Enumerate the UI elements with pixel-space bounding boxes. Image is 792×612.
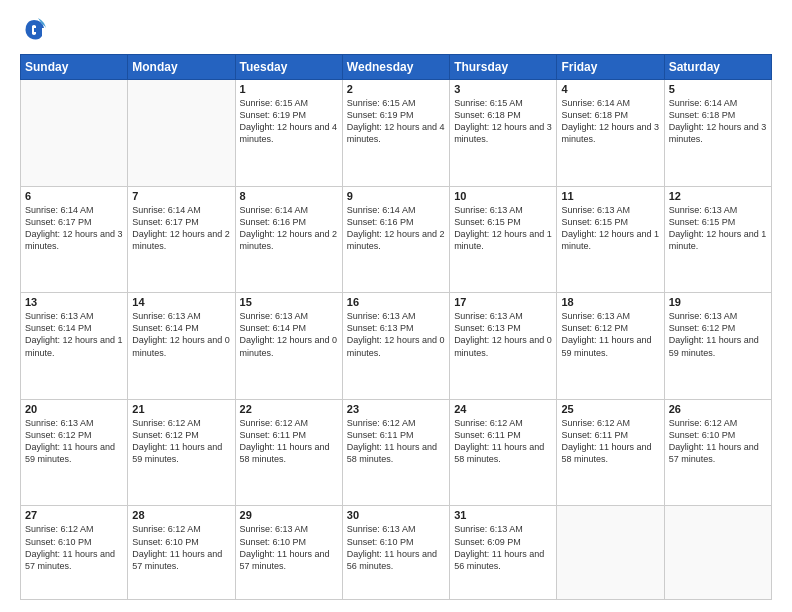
day-cell: 22Sunrise: 6:12 AM Sunset: 6:11 PM Dayli… — [235, 399, 342, 506]
day-info: Sunrise: 6:12 AM Sunset: 6:11 PM Dayligh… — [240, 417, 338, 466]
day-info: Sunrise: 6:13 AM Sunset: 6:12 PM Dayligh… — [561, 310, 659, 359]
calendar-table: SundayMondayTuesdayWednesdayThursdayFrid… — [20, 54, 772, 600]
day-cell: 26Sunrise: 6:12 AM Sunset: 6:10 PM Dayli… — [664, 399, 771, 506]
page: SundayMondayTuesdayWednesdayThursdayFrid… — [0, 0, 792, 612]
week-row-1: 1Sunrise: 6:15 AM Sunset: 6:19 PM Daylig… — [21, 80, 772, 187]
weekday-friday: Friday — [557, 55, 664, 80]
generalblue-icon — [20, 16, 48, 44]
day-cell: 19Sunrise: 6:13 AM Sunset: 6:12 PM Dayli… — [664, 293, 771, 400]
week-row-3: 13Sunrise: 6:13 AM Sunset: 6:14 PM Dayli… — [21, 293, 772, 400]
day-cell: 8Sunrise: 6:14 AM Sunset: 6:16 PM Daylig… — [235, 186, 342, 293]
day-cell: 10Sunrise: 6:13 AM Sunset: 6:15 PM Dayli… — [450, 186, 557, 293]
day-cell: 5Sunrise: 6:14 AM Sunset: 6:18 PM Daylig… — [664, 80, 771, 187]
day-cell: 9Sunrise: 6:14 AM Sunset: 6:16 PM Daylig… — [342, 186, 449, 293]
day-number: 5 — [669, 83, 767, 95]
day-info: Sunrise: 6:12 AM Sunset: 6:11 PM Dayligh… — [561, 417, 659, 466]
day-number: 19 — [669, 296, 767, 308]
day-number: 22 — [240, 403, 338, 415]
day-info: Sunrise: 6:15 AM Sunset: 6:19 PM Dayligh… — [240, 97, 338, 146]
week-row-4: 20Sunrise: 6:13 AM Sunset: 6:12 PM Dayli… — [21, 399, 772, 506]
day-number: 8 — [240, 190, 338, 202]
day-cell: 3Sunrise: 6:15 AM Sunset: 6:18 PM Daylig… — [450, 80, 557, 187]
day-info: Sunrise: 6:12 AM Sunset: 6:10 PM Dayligh… — [132, 523, 230, 572]
day-number: 28 — [132, 509, 230, 521]
day-cell: 11Sunrise: 6:13 AM Sunset: 6:15 PM Dayli… — [557, 186, 664, 293]
day-info: Sunrise: 6:13 AM Sunset: 6:10 PM Dayligh… — [240, 523, 338, 572]
day-cell — [21, 80, 128, 187]
day-info: Sunrise: 6:14 AM Sunset: 6:16 PM Dayligh… — [347, 204, 445, 253]
day-number: 29 — [240, 509, 338, 521]
day-number: 24 — [454, 403, 552, 415]
day-number: 20 — [25, 403, 123, 415]
day-info: Sunrise: 6:12 AM Sunset: 6:10 PM Dayligh… — [25, 523, 123, 572]
day-number: 10 — [454, 190, 552, 202]
day-number: 11 — [561, 190, 659, 202]
day-cell — [664, 506, 771, 600]
day-number: 14 — [132, 296, 230, 308]
day-info: Sunrise: 6:14 AM Sunset: 6:18 PM Dayligh… — [669, 97, 767, 146]
day-info: Sunrise: 6:13 AM Sunset: 6:15 PM Dayligh… — [561, 204, 659, 253]
header — [20, 16, 772, 44]
day-cell: 14Sunrise: 6:13 AM Sunset: 6:14 PM Dayli… — [128, 293, 235, 400]
day-cell: 7Sunrise: 6:14 AM Sunset: 6:17 PM Daylig… — [128, 186, 235, 293]
day-number: 7 — [132, 190, 230, 202]
day-info: Sunrise: 6:14 AM Sunset: 6:16 PM Dayligh… — [240, 204, 338, 253]
day-cell: 1Sunrise: 6:15 AM Sunset: 6:19 PM Daylig… — [235, 80, 342, 187]
week-row-5: 27Sunrise: 6:12 AM Sunset: 6:10 PM Dayli… — [21, 506, 772, 600]
day-number: 26 — [669, 403, 767, 415]
day-cell: 16Sunrise: 6:13 AM Sunset: 6:13 PM Dayli… — [342, 293, 449, 400]
day-number: 16 — [347, 296, 445, 308]
day-cell: 28Sunrise: 6:12 AM Sunset: 6:10 PM Dayli… — [128, 506, 235, 600]
day-number: 18 — [561, 296, 659, 308]
day-cell: 31Sunrise: 6:13 AM Sunset: 6:09 PM Dayli… — [450, 506, 557, 600]
day-info: Sunrise: 6:12 AM Sunset: 6:12 PM Dayligh… — [132, 417, 230, 466]
day-number: 4 — [561, 83, 659, 95]
weekday-header-row: SundayMondayTuesdayWednesdayThursdayFrid… — [21, 55, 772, 80]
day-info: Sunrise: 6:13 AM Sunset: 6:14 PM Dayligh… — [132, 310, 230, 359]
day-info: Sunrise: 6:13 AM Sunset: 6:14 PM Dayligh… — [25, 310, 123, 359]
logo — [20, 16, 52, 44]
day-info: Sunrise: 6:13 AM Sunset: 6:15 PM Dayligh… — [669, 204, 767, 253]
day-cell: 2Sunrise: 6:15 AM Sunset: 6:19 PM Daylig… — [342, 80, 449, 187]
day-info: Sunrise: 6:14 AM Sunset: 6:17 PM Dayligh… — [132, 204, 230, 253]
day-info: Sunrise: 6:12 AM Sunset: 6:11 PM Dayligh… — [347, 417, 445, 466]
day-cell: 17Sunrise: 6:13 AM Sunset: 6:13 PM Dayli… — [450, 293, 557, 400]
day-number: 9 — [347, 190, 445, 202]
day-number: 13 — [25, 296, 123, 308]
day-number: 12 — [669, 190, 767, 202]
day-number: 31 — [454, 509, 552, 521]
day-number: 3 — [454, 83, 552, 95]
day-info: Sunrise: 6:15 AM Sunset: 6:19 PM Dayligh… — [347, 97, 445, 146]
day-cell: 21Sunrise: 6:12 AM Sunset: 6:12 PM Dayli… — [128, 399, 235, 506]
day-info: Sunrise: 6:14 AM Sunset: 6:18 PM Dayligh… — [561, 97, 659, 146]
day-info: Sunrise: 6:15 AM Sunset: 6:18 PM Dayligh… — [454, 97, 552, 146]
weekday-monday: Monday — [128, 55, 235, 80]
day-info: Sunrise: 6:13 AM Sunset: 6:12 PM Dayligh… — [669, 310, 767, 359]
day-info: Sunrise: 6:14 AM Sunset: 6:17 PM Dayligh… — [25, 204, 123, 253]
day-number: 1 — [240, 83, 338, 95]
day-cell — [128, 80, 235, 187]
weekday-thursday: Thursday — [450, 55, 557, 80]
day-info: Sunrise: 6:13 AM Sunset: 6:14 PM Dayligh… — [240, 310, 338, 359]
day-number: 27 — [25, 509, 123, 521]
weekday-tuesday: Tuesday — [235, 55, 342, 80]
weekday-wednesday: Wednesday — [342, 55, 449, 80]
day-number: 6 — [25, 190, 123, 202]
day-cell: 24Sunrise: 6:12 AM Sunset: 6:11 PM Dayli… — [450, 399, 557, 506]
day-cell: 15Sunrise: 6:13 AM Sunset: 6:14 PM Dayli… — [235, 293, 342, 400]
day-number: 2 — [347, 83, 445, 95]
day-cell: 20Sunrise: 6:13 AM Sunset: 6:12 PM Dayli… — [21, 399, 128, 506]
day-number: 15 — [240, 296, 338, 308]
day-number: 25 — [561, 403, 659, 415]
day-cell: 6Sunrise: 6:14 AM Sunset: 6:17 PM Daylig… — [21, 186, 128, 293]
day-cell: 27Sunrise: 6:12 AM Sunset: 6:10 PM Dayli… — [21, 506, 128, 600]
day-cell: 18Sunrise: 6:13 AM Sunset: 6:12 PM Dayli… — [557, 293, 664, 400]
day-info: Sunrise: 6:12 AM Sunset: 6:11 PM Dayligh… — [454, 417, 552, 466]
day-info: Sunrise: 6:13 AM Sunset: 6:13 PM Dayligh… — [347, 310, 445, 359]
day-info: Sunrise: 6:13 AM Sunset: 6:10 PM Dayligh… — [347, 523, 445, 572]
day-cell: 13Sunrise: 6:13 AM Sunset: 6:14 PM Dayli… — [21, 293, 128, 400]
day-number: 23 — [347, 403, 445, 415]
day-number: 30 — [347, 509, 445, 521]
day-number: 21 — [132, 403, 230, 415]
week-row-2: 6Sunrise: 6:14 AM Sunset: 6:17 PM Daylig… — [21, 186, 772, 293]
